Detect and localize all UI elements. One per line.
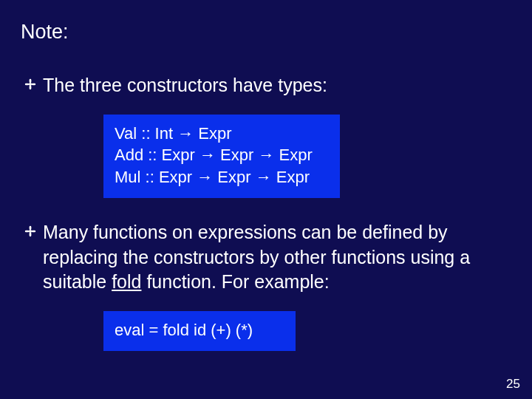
code-line: Add :: Expr → Expr → Expr [115,144,329,166]
flower-bullet-icon [24,78,37,91]
bullet-text-post: function. For example: [141,271,329,292]
svg-rect-6 [30,233,32,236]
svg-rect-3 [32,83,35,86]
svg-rect-2 [25,83,29,86]
slide: Note: The three constructors have types:… [0,0,532,399]
bullet-item: The three constructors have types: [21,73,511,98]
svg-rect-1 [30,86,32,89]
bullet-item: Many functions on expressions can be def… [21,220,511,295]
code-line: Mul :: Expr → Expr → Expr [115,166,329,188]
bullet-text-underline: fold [112,271,141,292]
page-number: 25 [506,377,520,392]
code-box-eval: eval = fold id (+) (*) [103,311,296,351]
flower-bullet-icon [24,225,37,238]
slide-title: Note: [21,21,511,44]
code-box-types: Val :: Int → Expr Add :: Expr → Expr → E… [103,115,340,198]
code-line: Val :: Int → Expr [115,123,329,145]
bullet-text: Many functions on expressions can be def… [43,220,511,295]
svg-rect-8 [32,230,35,232]
bullet-text: The three constructors have types: [43,73,327,98]
svg-point-9 [29,230,32,233]
svg-rect-5 [30,226,32,230]
svg-rect-7 [25,230,29,232]
code-line: eval = fold id (+) (*) [115,319,284,341]
svg-point-4 [29,83,32,86]
svg-rect-0 [30,79,32,83]
